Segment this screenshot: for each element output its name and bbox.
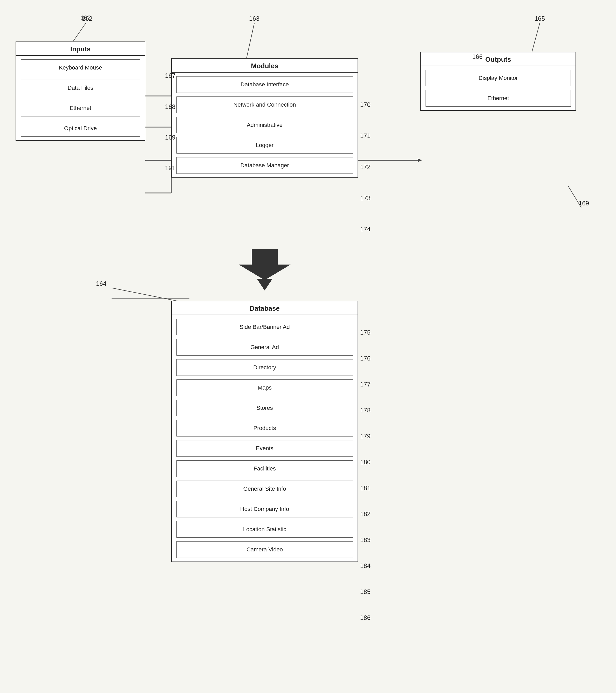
input-item-ethernet: Ethernet	[21, 100, 140, 116]
inputs-title: Inputs	[16, 42, 145, 56]
module-item-database-interface: Database Interface	[176, 76, 353, 93]
database-box: Database Side Bar/Banner Ad General Ad D…	[171, 301, 358, 562]
ref-169-left: 169	[165, 134, 175, 141]
down-arrow-svg	[231, 249, 299, 283]
ref-184: 184	[360, 562, 370, 570]
ref-165-label: 165	[535, 15, 545, 22]
outputs-title: Outputs	[421, 53, 576, 66]
ref-167: 167	[165, 72, 175, 79]
ref-178: 178	[360, 407, 370, 414]
output-item-display-monitor: Display Monitor	[426, 70, 571, 86]
output-item-ethernet: Ethernet	[426, 90, 571, 106]
db-item-host-company-info: Host Company Info	[176, 501, 353, 517]
ref-183: 183	[360, 536, 370, 543]
svg-marker-10	[257, 279, 272, 291]
module-item-administrative: Administrative	[176, 117, 353, 133]
ref-166: 166	[472, 53, 483, 60]
ref-180: 180	[360, 458, 370, 466]
inputs-box: Inputs Keyboard Mouse Data Files Etherne…	[16, 41, 145, 141]
svg-marker-8	[418, 158, 422, 162]
svg-line-14	[532, 23, 540, 52]
outputs-box: Outputs Display Monitor Ethernet	[420, 52, 576, 111]
database-title: Database	[172, 301, 358, 315]
diagram-container: 162 Inputs Keyboard Mouse Data Files Eth…	[0, 0, 616, 693]
ref-172: 172	[360, 163, 370, 171]
module-item-database-manager: Database Manager	[176, 157, 353, 174]
db-item-directory: Directory	[176, 359, 353, 376]
db-item-location-statistic: Location Statistic	[176, 521, 353, 538]
db-item-maps: Maps	[176, 379, 353, 396]
svg-line-12	[73, 23, 85, 42]
module-item-logger: Logger	[176, 137, 353, 154]
input-item-optical-drive: Optical Drive	[21, 120, 140, 137]
ref-179: 179	[360, 433, 370, 440]
ref-163-label: 163	[249, 15, 259, 22]
ref-173: 173	[360, 195, 370, 202]
db-item-events: Events	[176, 440, 353, 457]
input-item-data-files: Data Files	[21, 80, 140, 96]
modules-title: Modules	[172, 59, 358, 73]
ref-181: 181	[360, 484, 370, 492]
db-item-products: Products	[176, 420, 353, 436]
db-item-general-ad: General Ad	[176, 339, 353, 356]
ref-171: 171	[360, 132, 370, 140]
ref-170: 170	[360, 101, 370, 108]
input-item-keyboard-mouse: Keyboard Mouse	[21, 59, 140, 76]
ref-162-label: 162	[82, 15, 92, 22]
ref-186: 186	[360, 614, 370, 621]
ref-164-label: 164	[96, 280, 107, 288]
db-item-sidebar-banner: Side Bar/Banner Ad	[176, 319, 353, 335]
ref-191: 191	[165, 164, 175, 172]
svg-marker-17	[239, 249, 291, 280]
module-item-network-connection: Network and Connection	[176, 97, 353, 113]
ref-182: 182	[360, 510, 370, 518]
ref-174: 174	[360, 226, 370, 233]
ref-175: 175	[360, 329, 370, 336]
db-item-stores: Stores	[176, 400, 353, 416]
db-item-facilities: Facilities	[176, 460, 353, 477]
db-item-general-site-info: General Site Info	[176, 480, 353, 497]
ref-185: 185	[360, 588, 370, 595]
ref-176: 176	[360, 355, 370, 362]
ref-168: 168	[165, 103, 175, 111]
svg-line-13	[247, 23, 254, 58]
db-item-camera-video: Camera Video	[176, 541, 353, 558]
ref-177: 177	[360, 381, 370, 388]
modules-box: Modules Database Interface Network and C…	[171, 58, 358, 178]
ref-169-right: 169	[579, 200, 589, 207]
